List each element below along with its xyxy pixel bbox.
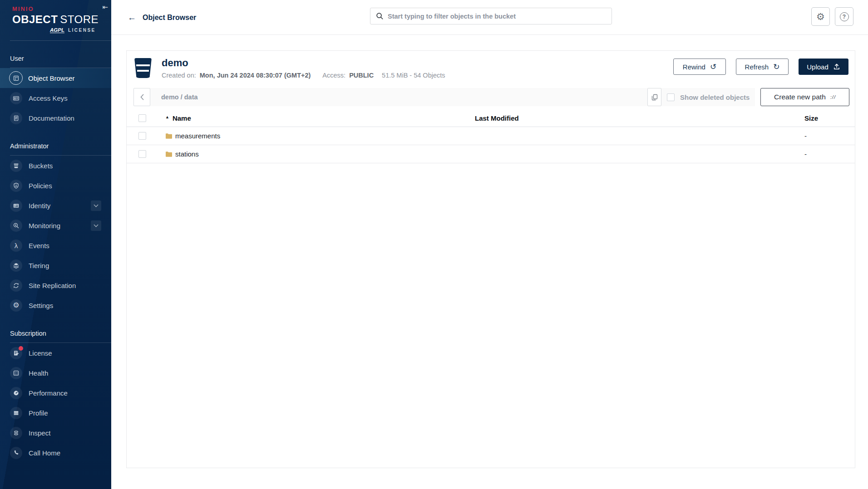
sidebar-item-monitoring[interactable]: Monitoring (0, 215, 111, 235)
chevron-down-icon[interactable] (91, 200, 101, 211)
top-header: ← Object Browser ⚙ ? (111, 0, 868, 35)
access-value: PUBLIC (349, 72, 374, 79)
column-header-last-modified[interactable]: Last Modified (475, 114, 793, 122)
table-header-row: ▲ Name Last Modified Size (127, 110, 855, 127)
copy-icon (651, 94, 658, 101)
objects-table: ▲ Name Last Modified Size measurements -… (127, 110, 855, 163)
section-label-user: User (10, 55, 111, 62)
refresh-button[interactable]: Refresh ↻ (736, 59, 789, 75)
sidebar-item-site-replication[interactable]: Site Replication (0, 275, 111, 295)
search-input[interactable] (388, 13, 606, 20)
agpl-badge-icon: AGPL (50, 27, 64, 33)
path-back-button[interactable] (133, 88, 150, 106)
object-browser-icon (9, 71, 23, 85)
performance-gauge-icon (10, 387, 22, 399)
replication-sync-icon (10, 279, 22, 292)
profile-bars-icon (10, 407, 22, 419)
documentation-icon (10, 112, 22, 124)
rewind-icon: ↺ (710, 63, 716, 71)
show-deleted-group: Show deleted objects (661, 88, 755, 106)
health-clipboard-icon (10, 367, 22, 379)
object-name[interactable]: measurements (175, 132, 220, 140)
sidebar-item-profile[interactable]: Profile (0, 403, 111, 423)
inspect-icon (10, 427, 22, 439)
bucket-icon (134, 58, 152, 78)
table-row[interactable]: measurements - (127, 127, 855, 145)
object-size: - (793, 132, 855, 140)
sidebar-item-tiering[interactable]: Tiering (0, 255, 111, 275)
phone-icon (10, 447, 22, 459)
sidebar-item-inspect[interactable]: Inspect (0, 423, 111, 443)
identity-card-icon (10, 200, 22, 212)
page-title: Object Browser (143, 14, 196, 22)
license-alert-badge (19, 346, 23, 351)
settings-gear-button[interactable]: ⚙ (811, 7, 830, 26)
rewind-button[interactable]: Rewind ↺ (673, 59, 726, 75)
chevron-left-icon (139, 93, 145, 101)
breadcrumb-path[interactable]: demo / data (161, 93, 198, 101)
sidebar-item-settings[interactable]: ⚙ Settings (0, 295, 111, 315)
row-checkbox[interactable] (138, 150, 146, 158)
sidebar-item-policies[interactable]: Policies (0, 176, 111, 196)
section-label-subscription: Subscription (10, 330, 111, 337)
new-path-icon: :// (830, 94, 836, 100)
folder-icon (165, 151, 173, 157)
bucket-header: demo Created on: Mon, Jun 24 2024 08:30:… (127, 51, 855, 83)
object-filter-search[interactable] (370, 8, 612, 24)
bucket-icon (10, 160, 22, 172)
upload-button[interactable]: Upload (799, 59, 848, 75)
minio-logo: MINIO OBJECTSTORE AGPL LICENSE (0, 0, 111, 33)
chevron-down-icon[interactable] (91, 220, 101, 231)
sidebar-item-object-browser[interactable]: Object Browser (0, 68, 111, 88)
sort-ascending-icon[interactable]: ▲ (165, 115, 169, 119)
row-checkbox[interactable] (138, 132, 146, 140)
bucket-name: demo (162, 57, 445, 69)
sidebar-item-access-keys[interactable]: Access Keys (0, 88, 111, 108)
folder-icon (165, 133, 173, 139)
refresh-icon: ↻ (773, 63, 779, 71)
column-header-name[interactable]: Name (173, 114, 191, 122)
question-mark-icon: ? (840, 12, 849, 21)
create-new-path-button[interactable]: Create new path :// (760, 88, 849, 106)
access-label: Access: (322, 72, 345, 79)
minio-brand-text: MINIO (12, 5, 111, 12)
show-deleted-checkbox[interactable] (667, 93, 675, 101)
section-label-administrator: Administrator (10, 142, 111, 150)
object-name[interactable]: stations (175, 150, 199, 158)
sidebar-item-documentation[interactable]: Documentation (0, 108, 111, 128)
sidebar-collapse-icon[interactable]: ⇤ (102, 3, 108, 11)
gear-icon: ⚙ (10, 299, 22, 312)
lambda-icon: λ (10, 240, 22, 252)
select-all-checkbox[interactable] (138, 114, 146, 122)
sidebar-item-buckets[interactable]: Buckets (0, 156, 111, 176)
sidebar-item-identity[interactable]: Identity (0, 196, 111, 215)
upload-icon (833, 63, 840, 70)
sidebar: ⇤ MINIO OBJECTSTORE AGPL LICENSE User Ob… (0, 0, 111, 489)
back-arrow-icon[interactable]: ← (128, 13, 136, 23)
access-keys-icon (10, 92, 22, 104)
help-button[interactable]: ? (835, 7, 853, 26)
policy-shield-icon (10, 180, 22, 192)
sidebar-item-license[interactable]: License (0, 343, 111, 363)
object-store-title: OBJECTSTORE (12, 13, 111, 26)
created-on-value: Mon, Jun 24 2024 08:30:07 (GMT+2) (200, 72, 311, 79)
sidebar-item-call-home[interactable]: Call Home (0, 443, 111, 463)
breadcrumb: demo / data (150, 88, 647, 106)
column-header-size[interactable]: Size (793, 114, 855, 122)
sidebar-item-health[interactable]: Health (0, 363, 111, 383)
sidebar-item-events[interactable]: λ Events (0, 235, 111, 255)
table-row[interactable]: stations - (127, 145, 855, 163)
sidebar-item-performance[interactable]: Performance (0, 383, 111, 403)
monitoring-magnifier-icon (10, 220, 22, 232)
search-icon (376, 12, 384, 20)
show-deleted-label: Show deleted objects (680, 93, 750, 101)
gear-icon: ⚙ (816, 11, 825, 22)
divider (10, 40, 111, 41)
license-document-icon (10, 347, 22, 359)
bucket-usage: 51.5 MiB - 54 Objects (382, 72, 445, 79)
license-badge: AGPL LICENSE (12, 27, 111, 33)
path-bar: demo / data Show deleted objects Create … (133, 88, 849, 106)
copy-path-button[interactable] (647, 88, 661, 106)
object-size: - (793, 150, 855, 158)
created-on-label: Created on: (162, 72, 196, 79)
